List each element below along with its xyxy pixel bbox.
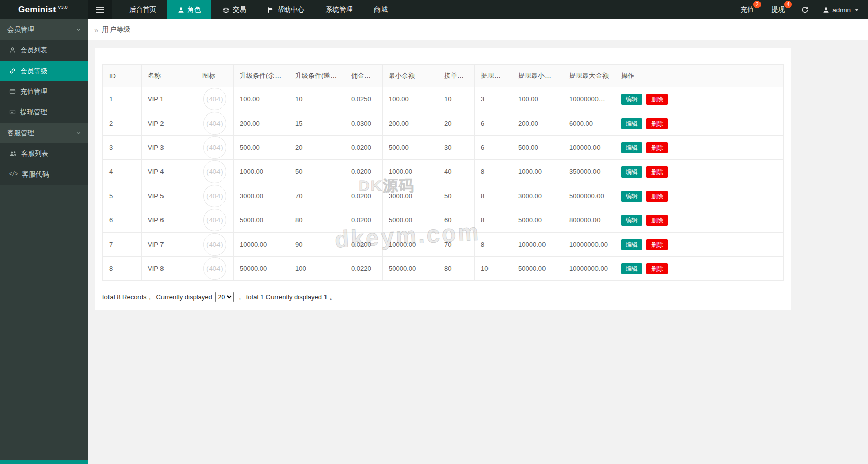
recharge-icon	[9, 88, 16, 95]
topnav-item-2[interactable]: 交易	[211, 0, 257, 19]
sidebar-item-7[interactable]: </>客服代码	[0, 164, 88, 185]
sidebar-item-5[interactable]: 客服管理	[0, 123, 88, 143]
topnav-item-label: 后台首页	[129, 5, 156, 14]
cell-withdraw-count: 8	[475, 184, 512, 208]
user-menu[interactable]: admin	[817, 0, 868, 19]
cell-upgrade-balance: 50000.00	[234, 257, 289, 281]
edit-button[interactable]: 编辑	[621, 118, 642, 129]
edit-button[interactable]: 编辑	[621, 239, 642, 250]
cell-icon: 404	[196, 87, 234, 111]
cell-commission: 0.0200	[345, 184, 383, 208]
edit-button[interactable]: 编辑	[621, 263, 642, 274]
cell-upgrade-balance: 200.00	[234, 111, 289, 136]
cell-withdraw-max: 100000.00	[563, 136, 615, 160]
sidebar-item-4[interactable]: 提现管理	[0, 102, 88, 123]
delete-button[interactable]: 删除	[646, 94, 668, 105]
delete-button[interactable]: 删除	[646, 191, 668, 202]
sidebar-item-3[interactable]: 充值管理	[0, 81, 88, 102]
topnav-item-label: 角色	[187, 5, 201, 14]
sidebar-item-0[interactable]: 会员管理	[0, 19, 88, 40]
cell-name: VIP 7	[142, 233, 196, 257]
sidebar-item-1[interactable]: 会员列表	[0, 40, 88, 61]
image-404-placeholder: 404	[203, 233, 226, 256]
cell-order-count: 50	[438, 184, 475, 208]
topbar-actions: 充值2提现4	[732, 0, 793, 19]
delete-button[interactable]: 删除	[646, 166, 668, 178]
cell-id: 1	[103, 87, 142, 111]
table-body: 1VIP 1404100.00100.0250100.00103100.0010…	[103, 87, 784, 281]
edit-button[interactable]: 编辑	[621, 215, 642, 226]
image-404-placeholder: 404	[203, 88, 226, 110]
cell-withdraw-max: 10000000.00	[563, 233, 615, 257]
top-action-label: 提现	[771, 5, 785, 14]
user-icon	[823, 7, 829, 13]
cell-min-balance: 3000.00	[383, 184, 438, 208]
main-area: » 用户等级 ID名称图标升级条件(余额)升级条件(邀请)佣金比例最小余额接单次…	[88, 19, 868, 464]
cell-upgrade-balance: 3000.00	[234, 184, 289, 208]
cell-withdraw-count: 8	[475, 233, 512, 257]
sidebar-item-2[interactable]: 会员等级	[0, 61, 88, 81]
image-404-label: 404	[206, 95, 223, 103]
hamburger-icon	[96, 7, 104, 13]
username: admin	[832, 6, 851, 14]
cell-name: VIP 3	[142, 136, 196, 160]
cell-withdraw-count: 8	[475, 208, 512, 233]
cell-filler	[744, 160, 784, 184]
topnav-item-5[interactable]: 商城	[363, 0, 398, 19]
topbar-action-0[interactable]: 充值2	[732, 0, 763, 19]
table-row: 5VIP 54043000.00700.02003000.005083000.0…	[103, 184, 784, 208]
cell-upgrade-invite: 50	[289, 160, 345, 184]
topnav-item-1[interactable]: 角色	[167, 0, 211, 19]
delete-button[interactable]: 删除	[646, 142, 668, 153]
topnav-item-3[interactable]: 帮助中心	[257, 0, 315, 19]
cell-upgrade-invite: 20	[289, 136, 345, 160]
page-size-select[interactable]: 20	[215, 292, 234, 302]
image-404-placeholder: 404	[203, 160, 226, 183]
column-header-8: 提现次数	[475, 65, 512, 87]
refresh-button[interactable]	[793, 0, 817, 19]
topbar-action-1[interactable]: 提现4	[763, 0, 793, 19]
cell-withdraw-min: 200.00	[512, 111, 563, 136]
delete-button[interactable]: 删除	[646, 263, 668, 274]
edit-button[interactable]: 编辑	[621, 166, 642, 178]
cell-name: VIP 4	[142, 160, 196, 184]
image-404-placeholder: 404	[203, 185, 226, 207]
cell-upgrade-invite: 10	[289, 87, 345, 111]
cell-id: 7	[103, 233, 142, 257]
image-404-placeholder: 404	[203, 136, 226, 159]
cell-actions: 编辑删除	[615, 257, 744, 281]
cell-icon: 404	[196, 257, 234, 281]
image-404-placeholder: 404	[203, 257, 226, 280]
cell-id: 2	[103, 111, 142, 136]
sidebar-item-label: 客服列表	[21, 149, 48, 158]
cell-id: 3	[103, 136, 142, 160]
topnav-item-0[interactable]: 后台首页	[119, 0, 167, 19]
cell-commission: 0.0200	[345, 208, 383, 233]
displayed-label: Currently displayed	[156, 293, 212, 301]
topbar: Geminist V3.0 后台首页角色交易帮助中心系统管理商城 充值2提现4 …	[0, 0, 868, 19]
notification-badge: 2	[753, 1, 761, 8]
topnav-item-4[interactable]: 系统管理	[315, 0, 363, 19]
cell-icon: 404	[196, 184, 234, 208]
delete-button[interactable]: 删除	[646, 118, 668, 129]
edit-button[interactable]: 编辑	[621, 191, 642, 202]
delete-button[interactable]: 删除	[646, 239, 668, 250]
cell-icon: 404	[196, 208, 234, 233]
cell-filler	[744, 257, 784, 281]
breadcrumb: » 用户等级	[88, 19, 868, 40]
column-header-0: ID	[103, 65, 142, 87]
sidebar-item-6[interactable]: 客服列表	[0, 143, 88, 164]
cell-upgrade-invite: 80	[289, 208, 345, 233]
menu-toggle-button[interactable]	[88, 0, 112, 19]
cell-withdraw-min: 50000.00	[512, 257, 563, 281]
column-header-4: 升级条件(邀请)	[289, 65, 345, 87]
cell-name: VIP 2	[142, 111, 196, 136]
table-row: 8VIP 840450000.001000.022050000.00801050…	[103, 257, 784, 281]
edit-button[interactable]: 编辑	[621, 142, 642, 153]
chevron-down-icon	[76, 27, 81, 32]
cell-upgrade-invite: 15	[289, 111, 345, 136]
person-icon	[178, 7, 184, 13]
cell-actions: 编辑删除	[615, 160, 744, 184]
edit-button[interactable]: 编辑	[621, 94, 642, 105]
delete-button[interactable]: 删除	[646, 215, 668, 226]
